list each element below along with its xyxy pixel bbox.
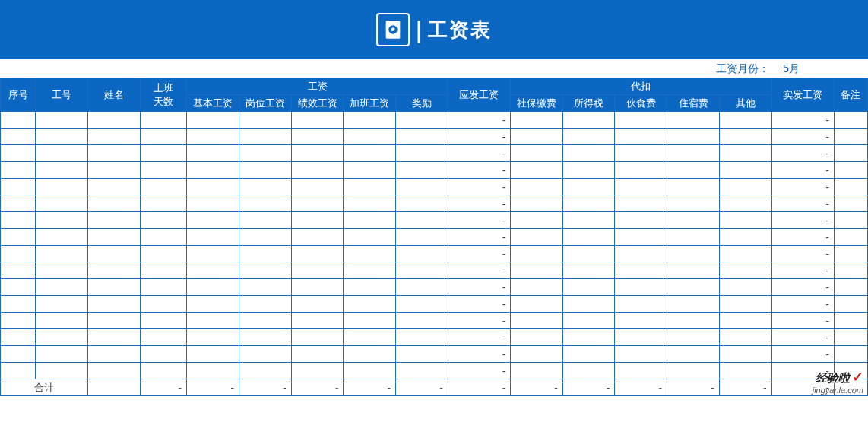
cell[interactable]: [140, 246, 187, 262]
cell[interactable]: [187, 195, 239, 212]
cell[interactable]: [562, 162, 615, 179]
cell[interactable]: [140, 145, 187, 162]
cell[interactable]: [291, 363, 344, 379]
cell[interactable]: -: [448, 195, 510, 212]
cell[interactable]: [719, 145, 771, 162]
cell[interactable]: -: [448, 179, 510, 195]
cell[interactable]: [291, 229, 344, 246]
cell[interactable]: [834, 313, 867, 329]
cell[interactable]: [239, 229, 291, 246]
cell[interactable]: [239, 296, 291, 313]
cell[interactable]: [344, 112, 396, 129]
cell[interactable]: [291, 212, 344, 229]
cell[interactable]: -: [448, 313, 510, 329]
cell[interactable]: [239, 246, 291, 262]
cell[interactable]: [36, 229, 88, 246]
cell[interactable]: [719, 229, 771, 246]
cell[interactable]: [615, 296, 667, 313]
cell[interactable]: [36, 262, 88, 279]
cell[interactable]: [1, 296, 36, 313]
cell[interactable]: [187, 296, 239, 313]
cell[interactable]: [36, 329, 88, 346]
cell[interactable]: [834, 229, 867, 246]
cell[interactable]: [1, 246, 36, 262]
cell[interactable]: -: [771, 129, 834, 145]
cell[interactable]: [719, 195, 771, 212]
cell[interactable]: [291, 112, 344, 129]
cell[interactable]: [562, 112, 615, 129]
cell[interactable]: [36, 246, 88, 262]
cell[interactable]: [239, 162, 291, 179]
cell[interactable]: -: [448, 145, 510, 162]
cell[interactable]: [396, 129, 448, 145]
cell[interactable]: [36, 129, 88, 145]
cell[interactable]: [667, 145, 720, 162]
cell[interactable]: [396, 313, 448, 329]
cell[interactable]: [1, 212, 36, 229]
cell[interactable]: -: [448, 129, 510, 145]
cell[interactable]: [615, 262, 667, 279]
cell[interactable]: -: [771, 313, 834, 329]
cell[interactable]: [239, 329, 291, 346]
cell[interactable]: [719, 262, 771, 279]
cell[interactable]: -: [771, 296, 834, 313]
cell[interactable]: [667, 329, 720, 346]
cell[interactable]: [510, 129, 562, 145]
cell[interactable]: [719, 212, 771, 229]
cell[interactable]: [87, 112, 140, 129]
cell[interactable]: [291, 195, 344, 212]
cell[interactable]: [187, 346, 239, 363]
cell[interactable]: [140, 112, 187, 129]
cell[interactable]: [187, 179, 239, 195]
cell[interactable]: [87, 246, 140, 262]
cell[interactable]: [344, 363, 396, 379]
cell[interactable]: [291, 279, 344, 296]
cell[interactable]: [140, 229, 187, 246]
cell[interactable]: -: [448, 112, 510, 129]
cell[interactable]: [667, 296, 720, 313]
cell[interactable]: [87, 162, 140, 179]
cell[interactable]: [291, 162, 344, 179]
cell[interactable]: [291, 296, 344, 313]
cell[interactable]: [615, 346, 667, 363]
cell[interactable]: [239, 179, 291, 195]
cell[interactable]: [1, 162, 36, 179]
cell[interactable]: [396, 179, 448, 195]
cell[interactable]: [140, 129, 187, 145]
cell[interactable]: [187, 279, 239, 296]
cell[interactable]: [719, 296, 771, 313]
cell[interactable]: [187, 162, 239, 179]
cell[interactable]: -: [771, 346, 834, 363]
cell[interactable]: [562, 346, 615, 363]
cell[interactable]: [667, 246, 720, 262]
cell[interactable]: [396, 346, 448, 363]
cell[interactable]: -: [771, 329, 834, 346]
cell[interactable]: [615, 212, 667, 229]
cell[interactable]: [719, 179, 771, 195]
cell[interactable]: [510, 179, 562, 195]
cell[interactable]: [834, 179, 867, 195]
cell[interactable]: [562, 363, 615, 379]
cell[interactable]: [187, 112, 239, 129]
cell[interactable]: [562, 129, 615, 145]
cell[interactable]: [239, 129, 291, 145]
cell[interactable]: [396, 112, 448, 129]
cell[interactable]: [291, 129, 344, 145]
cell[interactable]: [344, 329, 396, 346]
cell[interactable]: [36, 346, 88, 363]
cell[interactable]: [615, 112, 667, 129]
cell[interactable]: [834, 246, 867, 262]
cell[interactable]: -: [448, 162, 510, 179]
cell[interactable]: [344, 212, 396, 229]
cell[interactable]: [87, 329, 140, 346]
cell[interactable]: [834, 112, 867, 129]
cell[interactable]: -: [771, 162, 834, 179]
cell[interactable]: [562, 145, 615, 162]
cell[interactable]: [667, 262, 720, 279]
cell[interactable]: [510, 112, 562, 129]
cell[interactable]: [510, 262, 562, 279]
cell[interactable]: -: [448, 212, 510, 229]
cell[interactable]: [187, 212, 239, 229]
cell[interactable]: -: [771, 279, 834, 296]
cell[interactable]: [140, 296, 187, 313]
